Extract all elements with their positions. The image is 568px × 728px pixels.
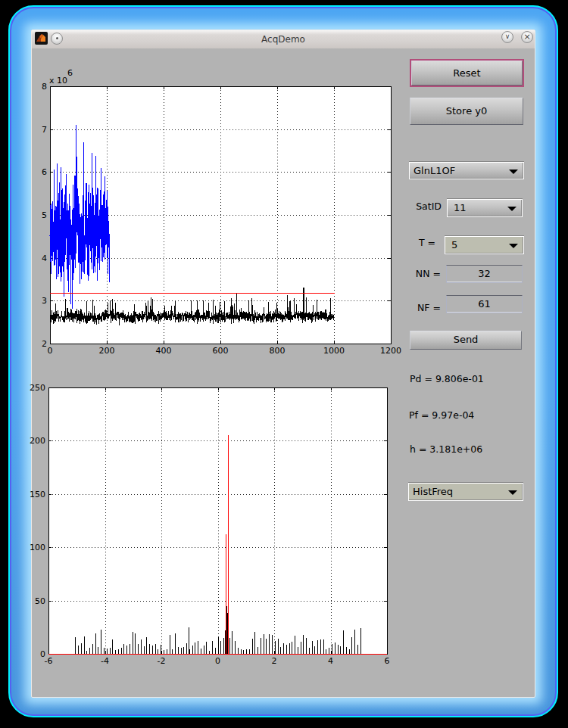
svg-text:0: 0 [215,656,220,666]
svg-text:4: 4 [42,254,47,263]
svg-text:-4: -4 [101,656,109,666]
dropdown-arrow-icon [508,490,517,495]
title-bar[interactable]: AcqDemo ∨ × [32,30,535,48]
svg-text:2: 2 [272,656,277,666]
dropdown-arrow-icon [509,244,518,248]
dot-icon [56,37,58,39]
nf-label: NF = [387,302,441,313]
dropdown-arrow-icon [507,207,517,211]
svg-text:4: 4 [328,656,333,666]
hist-select-value: HistFreq [413,486,453,497]
dropdown-arrow-icon [509,170,518,174]
svg-text:1000: 1000 [323,346,345,356]
satid-label: SatID [387,201,442,212]
svg-text:6: 6 [42,167,47,177]
nn-label: NN = [387,268,441,279]
svg-text:200: 200 [99,346,115,356]
store-y0-button[interactable]: Store y0 [410,98,523,125]
acq-metric-scale-label: x 106 [49,68,73,86]
svg-text:100: 100 [30,543,45,552]
t-dropdown[interactable]: 5 [445,236,524,254]
acquisition-plot: 0200400600800100012002345678x 106 [32,64,407,363]
svg-text:3: 3 [42,296,47,306]
pf-value-text: Pf = 9.97e-04 [409,409,474,421]
t-label: T = [387,237,435,248]
svg-text:-2: -2 [158,656,166,666]
svg-text:200: 200 [30,436,45,446]
window-title: AcqDemo [32,30,535,48]
reset-button[interactable]: Reset [411,61,523,86]
svg-text:7: 7 [42,125,47,135]
signal-select-value: GlnL1OF [414,165,455,176]
svg-text:250: 250 [30,383,45,393]
svg-text:150: 150 [30,490,45,499]
svg-text:6: 6 [385,656,390,666]
svg-text:-6: -6 [45,656,53,666]
t-value: 5 [451,239,457,250]
nn-field[interactable]: 32 [446,265,523,283]
svg-text:50: 50 [35,596,45,606]
svg-text:0: 0 [48,346,53,356]
svg-text:400: 400 [156,346,172,356]
satid-value: 11 [454,202,467,213]
svg-text:0: 0 [40,649,45,659]
svg-text:600: 600 [213,346,229,356]
svg-text:1200: 1200 [380,346,401,356]
svg-text:5: 5 [42,210,47,220]
minimize-button[interactable]: ∨ [501,31,513,43]
signal-select-dropdown[interactable]: GlnL1OF [409,162,524,179]
svg-text:8: 8 [42,82,47,92]
pd-value-text: Pd = 9.806e-01 [410,373,484,384]
figure-window: AcqDemo ∨ × 0200400600800100012002345678… [31,30,535,698]
window-menu-button[interactable] [51,33,63,45]
reset-button-focus-ring: Reset [410,59,524,87]
nf-field[interactable]: 61 [446,295,523,313]
hist-select-dropdown[interactable]: HistFreq [408,483,523,501]
window-glow-frame: AcqDemo ∨ × 0200400600800100012002345678… [8,5,558,717]
svg-text:2: 2 [42,339,47,349]
histogram-plot: -6-4-20246050100150200250 [27,378,402,675]
svg-text:800: 800 [270,346,286,356]
chevron-down-icon: ∨ [505,33,510,40]
close-button[interactable]: × [521,31,533,43]
hist-freq-background [48,387,387,654]
close-icon: × [523,32,530,42]
satid-dropdown[interactable]: 11 [447,199,523,217]
h-value-text: h = 3.181e+06 [410,443,482,455]
matlab-icon [35,32,48,45]
send-button[interactable]: Send [410,331,522,350]
